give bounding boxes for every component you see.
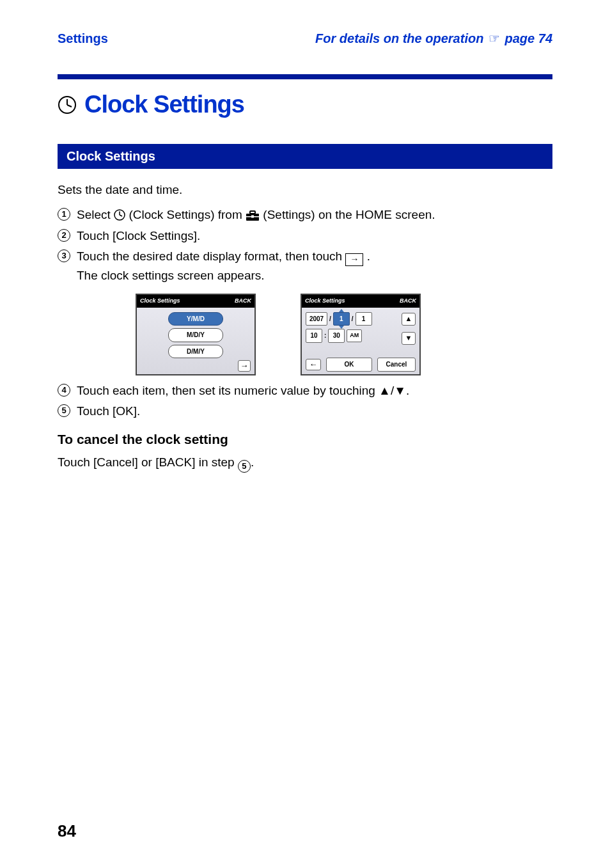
minute-field[interactable]: 30 xyxy=(328,329,345,343)
step1-text-c: (Settings) on the HOME screen. xyxy=(263,208,435,221)
header-details: For details on the operation ☞ page 74 xyxy=(315,31,552,46)
step-number-icon: 2 xyxy=(58,229,70,242)
step4-text: Touch each item, then set its numeric va… xyxy=(77,381,552,400)
screenshot-clock-set: Clock Settings BACK 2007 / 1 / 1 10 : 30… xyxy=(301,294,421,375)
step-1: 1 Select (Clock Settings) from (Settings… xyxy=(58,205,552,224)
step-number-icon: 1 xyxy=(58,208,70,221)
page-number: 84 xyxy=(58,821,76,841)
cancel-body-b: . xyxy=(251,455,254,469)
format-option-ymd[interactable]: Y/M/D xyxy=(168,312,223,326)
svg-line-2 xyxy=(67,105,72,107)
next-arrow-button[interactable]: → xyxy=(238,360,251,372)
up-button[interactable]: ▲ xyxy=(402,313,416,326)
step-5: 5 Touch [OK]. xyxy=(58,402,552,420)
separator: : xyxy=(324,331,326,341)
right-arrow-icon: → xyxy=(345,253,363,266)
svg-rect-7 xyxy=(250,211,255,214)
subsection-bar: Clock Settings xyxy=(58,144,552,169)
day-field[interactable]: 1 xyxy=(356,312,372,326)
cancel-body-a: Touch [Cancel] or [BACK] in step xyxy=(58,455,238,469)
step1-text-a: Select xyxy=(77,208,114,221)
screen2-title: Clock Settings xyxy=(305,297,345,306)
page-title: Clock Settings xyxy=(84,91,244,118)
step-2: 2 Touch [Clock Settings]. xyxy=(58,226,552,245)
step3-text-b: . xyxy=(367,249,370,263)
cancel-button[interactable]: Cancel xyxy=(377,358,416,372)
step2-text: Touch [Clock Settings]. xyxy=(77,226,552,245)
back-arrow-button[interactable]: ← xyxy=(306,359,321,370)
step1-text-b: (Clock Settings) from xyxy=(129,208,246,221)
header-section: Settings xyxy=(58,31,108,46)
divider-rule xyxy=(58,74,552,79)
screen2-back[interactable]: BACK xyxy=(400,297,416,306)
step-4: 4 Touch each item, then set its numeric … xyxy=(58,381,552,400)
step3-text-a: Touch the desired date display format, t… xyxy=(77,249,345,263)
ampm-field[interactable]: AM xyxy=(347,329,362,342)
year-field[interactable]: 2007 xyxy=(306,312,327,326)
header-details-page: page 74 xyxy=(505,31,552,45)
step-number-icon: 5 xyxy=(238,460,251,473)
month-field[interactable]: 1 xyxy=(333,312,350,326)
down-button[interactable]: ▼ xyxy=(402,332,416,345)
screenshot-format-select: Clock Settings BACK Y/M/D M/D/Y D/M/Y → xyxy=(136,294,256,375)
screen1-title: Clock Settings xyxy=(140,297,180,306)
screen1-back[interactable]: BACK xyxy=(235,297,251,306)
step3-line2: The clock settings screen appears. xyxy=(77,269,265,282)
clock-icon xyxy=(114,209,125,221)
pointer-icon: ☞ xyxy=(489,31,500,46)
cancel-subheading: To cancel the clock setting xyxy=(58,429,552,450)
ok-button[interactable]: OK xyxy=(326,358,372,372)
step-number-icon: 5 xyxy=(58,404,70,417)
cancel-body: Touch [Cancel] or [BACK] in step 5. xyxy=(58,453,552,473)
step5-text: Touch [OK]. xyxy=(77,402,552,420)
step-number-icon: 3 xyxy=(58,249,70,262)
svg-rect-9 xyxy=(251,216,254,218)
hour-field[interactable]: 10 xyxy=(306,329,322,343)
toolbox-icon xyxy=(246,210,260,221)
step-number-icon: 4 xyxy=(58,384,70,397)
format-option-mdy[interactable]: M/D/Y xyxy=(168,328,223,342)
intro-text: Sets the date and time. xyxy=(58,180,552,199)
svg-line-5 xyxy=(120,215,122,216)
separator: / xyxy=(329,314,331,324)
separator: / xyxy=(352,314,354,324)
clock-icon xyxy=(58,95,77,114)
header-details-text: For details on the operation xyxy=(315,31,483,45)
step-3: 3 Touch the desired date display format,… xyxy=(58,247,552,285)
format-option-dmy[interactable]: D/M/Y xyxy=(168,345,223,359)
